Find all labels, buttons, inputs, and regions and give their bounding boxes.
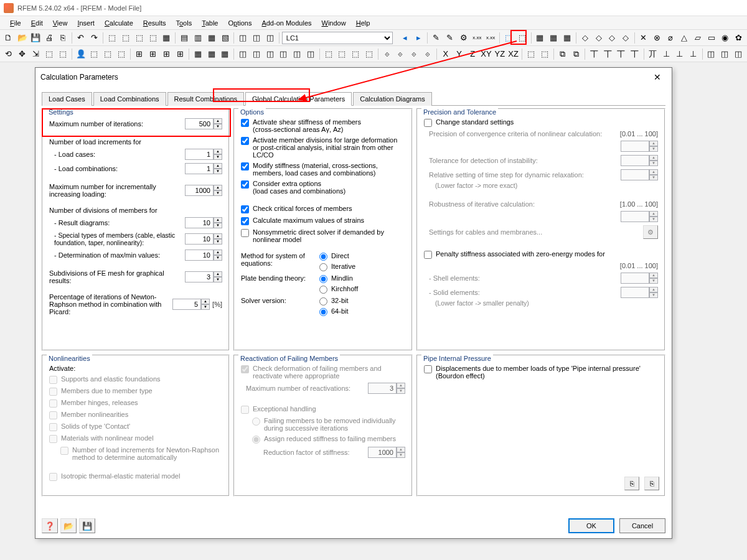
menu-insert[interactable]: Insert	[73, 18, 98, 28]
tb-icon[interactable]: ◫	[732, 48, 745, 60]
tb-icon[interactable]: ◇	[593, 32, 605, 44]
tab-calc-diagrams[interactable]: Calculation Diagrams	[353, 92, 432, 106]
chk-changestd[interactable]	[424, 119, 432, 127]
tab-result-combinations[interactable]: Result Combinations	[167, 92, 245, 106]
tb-icon[interactable]: ⬚	[88, 48, 101, 60]
chk-penalty[interactable]	[424, 251, 432, 259]
menu-help[interactable]: Help	[352, 18, 374, 28]
lc-input[interactable]	[185, 149, 214, 160]
tb-icon[interactable]: ⬚	[538, 48, 551, 60]
tb-icon[interactable]: ◫	[250, 32, 263, 44]
tb-icon[interactable]: ▦	[534, 32, 547, 44]
tb-icon[interactable]: ⬚	[322, 48, 335, 60]
tb-icon[interactable]: ▦	[205, 48, 218, 60]
tb-icon[interactable]: ◫	[718, 48, 731, 60]
tb-icon[interactable]: ⊥	[674, 48, 686, 60]
tb-icon[interactable]: ◉	[719, 32, 731, 44]
chk-nonsym[interactable]	[241, 229, 249, 237]
tb-icon[interactable]: ◫	[237, 48, 249, 60]
cancel-button[interactable]: Cancel	[619, 518, 665, 533]
tb-icon[interactable]: ⟐	[395, 48, 407, 60]
menu-addon[interactable]: Add-on Modules	[258, 18, 315, 28]
tb-icon[interactable]: 丅	[629, 48, 641, 60]
cables-settings-icon[interactable]: ⚙	[643, 225, 658, 239]
tb-icon[interactable]: ⊞	[133, 48, 146, 60]
tb-icon[interactable]: ⧉	[570, 48, 583, 60]
tb-icon[interactable]: ▦	[561, 32, 573, 44]
chk-pipe-disp[interactable]	[424, 365, 432, 373]
newton-input[interactable]	[172, 299, 201, 310]
chk-shear[interactable]	[241, 119, 249, 127]
tb-icon[interactable]: ◇	[579, 32, 591, 44]
menu-table[interactable]: Table	[198, 18, 222, 28]
tb-icon[interactable]: ⌀	[665, 32, 677, 44]
radio-kirchhoff[interactable]	[319, 286, 327, 294]
max-iter-input[interactable]	[185, 118, 214, 129]
radio-mindlin[interactable]	[319, 275, 327, 283]
tb-icon[interactable]: 👤	[75, 48, 87, 60]
tb-icon[interactable]: Z	[466, 48, 479, 60]
res-diag-input[interactable]	[185, 217, 214, 228]
tb-icon[interactable]: ▦	[205, 32, 218, 44]
tb-icon[interactable]: ▦	[218, 48, 231, 60]
open-icon[interactable]: 📂	[60, 518, 77, 533]
tb-icon[interactable]: ▦	[161, 32, 173, 44]
tb-icon[interactable]: ⬚	[147, 32, 159, 44]
tb-icon[interactable]: YZ	[494, 48, 506, 60]
tb-icon[interactable]: ⬚	[336, 48, 349, 60]
tb-icon[interactable]: ◇	[619, 32, 632, 44]
help-icon[interactable]: ❓	[42, 518, 58, 533]
tb-icon[interactable]: ⬚	[43, 48, 55, 60]
tb-icon[interactable]: ⬚	[120, 32, 132, 44]
tb-icon[interactable]: ⟐	[381, 48, 393, 60]
tb-icon[interactable]: ◫	[304, 48, 317, 60]
tb-icon[interactable]: ✕	[637, 32, 650, 44]
tb-icon[interactable]: ⬚	[57, 48, 69, 60]
tb-icon[interactable]: ⚙	[458, 32, 470, 44]
chk-maxstrain[interactable]	[241, 217, 249, 225]
tb-icon[interactable]: ◇	[606, 32, 618, 44]
special-input[interactable]	[185, 233, 214, 245]
menu-view[interactable]: View	[49, 18, 72, 28]
tb-redo-icon[interactable]: ↷	[88, 32, 101, 44]
tb-icon[interactable]: ✎	[444, 32, 456, 44]
tb-icon[interactable]: ◫	[264, 48, 276, 60]
tb-icon[interactable]: ⬚	[106, 32, 118, 44]
tb-icon[interactable]: ⬚	[115, 48, 128, 60]
tab-load-combinations[interactable]: Load Combinations	[93, 92, 166, 106]
tb-icon[interactable]: ▭	[705, 32, 718, 44]
ok-button[interactable]: OK	[568, 518, 614, 533]
tb-xxx-icon[interactable]: x.xx	[471, 32, 483, 44]
tb-icon[interactable]: ⬚	[525, 48, 537, 60]
tb-icon[interactable]: X	[439, 48, 452, 60]
close-icon[interactable]: ✕	[648, 70, 667, 85]
menu-edit[interactable]: Edit	[27, 18, 47, 28]
tb-new-icon[interactable]: 🗋	[2, 32, 15, 44]
tb-icon[interactable]: ⊞	[174, 48, 186, 60]
tb-print-icon[interactable]: 🖨	[43, 32, 55, 44]
tb-icon[interactable]: ⟐	[408, 48, 420, 60]
tb-icon[interactable]: ▱	[692, 32, 704, 44]
tb-icon[interactable]: ▥	[192, 32, 204, 44]
save-icon[interactable]: 💾	[79, 518, 95, 533]
details-icon[interactable]: ⎘	[644, 477, 659, 490]
femesh-input[interactable]	[185, 271, 214, 282]
tb-icon[interactable]: ◫	[237, 32, 249, 44]
tb-icon[interactable]: ⊞	[147, 48, 159, 60]
tb-prev-icon[interactable]: ◂	[399, 32, 411, 44]
tb-icon[interactable]: ⬚	[101, 48, 114, 60]
tb-icon[interactable]: ◫	[264, 32, 276, 44]
tb-icon[interactable]: 丌	[647, 48, 659, 60]
tb-icon[interactable]: ▧	[219, 32, 232, 44]
tb-icon[interactable]: ⬚	[516, 32, 529, 44]
tb-icon[interactable]: ▤	[178, 32, 190, 44]
tb-icon[interactable]: ⟲	[2, 48, 15, 60]
spin-up-icon[interactable]: ▲	[214, 118, 222, 124]
chk-memberdiv[interactable]	[241, 137, 249, 145]
tb-icon[interactable]: ⟐	[421, 48, 434, 60]
menu-file[interactable]: File	[6, 18, 25, 28]
tb-xxx-icon[interactable]: x.xx	[484, 32, 497, 44]
tb-save-icon[interactable]: 💾	[30, 32, 42, 44]
chk-modify[interactable]	[241, 162, 249, 170]
tb-icon[interactable]: ▦	[547, 32, 560, 44]
